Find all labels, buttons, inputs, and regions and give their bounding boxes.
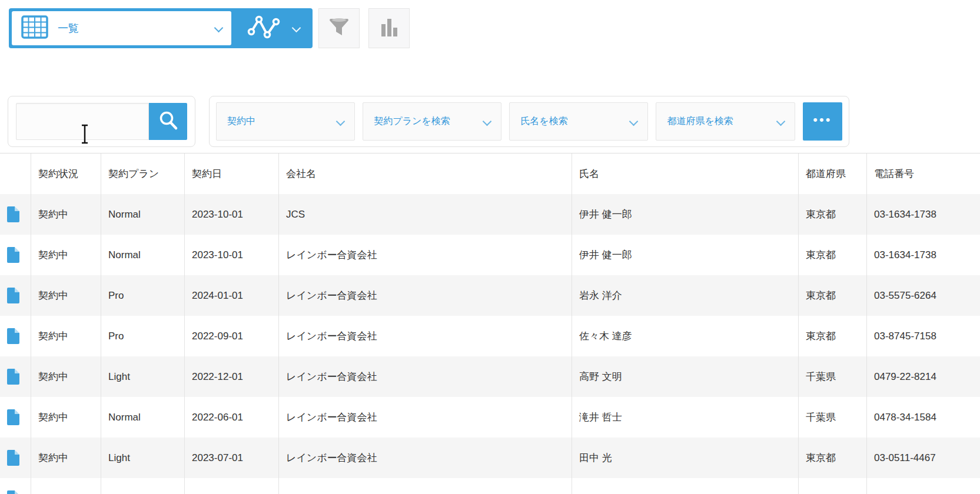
cell-contract-date: 2022-09-01 [185,316,279,356]
more-filters-button[interactable]: ••• [803,102,842,141]
cell-prefecture: 東京都 [799,235,867,275]
column-header-icon [0,153,31,194]
cell-contract-plan: Pro [101,316,185,356]
column-header-contract-date[interactable]: 契約日 [185,153,279,194]
column-header-phone-number[interactable]: 電話番号 [867,153,980,194]
cell-person-name: 伊井 健一郎 [572,235,799,275]
cell-contract-plan: Light [101,356,185,397]
cell-contract-status: 契約中 [31,235,101,275]
cell-contract-plan [101,478,185,494]
chevron-down-icon [630,116,637,127]
filter-button[interactable] [318,8,360,48]
column-header-contract-plan[interactable]: 契約プラン [101,153,185,194]
view-switcher: 一覧 [9,8,313,48]
filter-panel: 契約中 契約プランを検索 氏名を検索 都道府県を検索 ••• [209,96,849,147]
table-grid-icon [21,15,48,41]
cell-company-name: レインボー合資会社 [279,316,572,356]
chevron-down-icon [484,116,490,127]
app-toolbar: 一覧 [0,0,980,59]
cell-company-name: レインボー合資会社 [279,275,572,316]
cell-contract-date: 2022-12-01 [185,356,279,397]
contract-status-dropdown[interactable]: 契約中 [216,102,355,141]
table-row: 契約中Pro2022-09-01レインボー合資会社佐々木 達彦東京都03-874… [0,316,980,356]
cell-contract-plan: Pro [101,275,185,316]
person-name-placeholder: 氏名を検索 [520,115,567,128]
graph-menu-button[interactable] [234,8,313,48]
person-name-dropdown[interactable]: 氏名を検索 [509,102,648,141]
cell-contract-date: 2023-10-01 [185,194,279,235]
cell-prefecture [799,478,867,494]
cell-contract-plan: Normal [101,235,185,275]
table-header-row: 契約状況契約プラン契約日会社名氏名都道府県電話番号 [0,153,980,194]
cell-prefecture: 千葉県 [799,397,867,438]
record-document-icon[interactable] [7,247,19,263]
cell-phone-number: 03-5575-6264 [867,275,980,316]
column-header-contract-status[interactable]: 契約状況 [31,153,101,194]
cell-contract-plan: Normal [101,194,185,235]
cell-company-name: レインボー合資会社 [279,235,572,275]
bar-chart-button[interactable] [368,8,410,48]
cell-contract-plan: Light [101,438,185,478]
cell-contract-date: 2022-06-01 [185,397,279,438]
cell-record-link [0,478,31,494]
cell-prefecture: 東京都 [799,194,867,235]
cell-record-link [0,194,31,235]
line-chart-icon [247,14,280,43]
cell-record-link [0,275,31,316]
records-table: 契約状況契約プラン契約日会社名氏名都道府県電話番号 契約中Normal2023-… [0,153,980,494]
chevron-down-icon [215,23,222,34]
cell-prefecture: 東京都 [799,438,867,478]
cell-phone-number: 03-8745-7158 [867,316,980,356]
cell-company-name: レインボー合資会社 [279,438,572,478]
record-document-icon[interactable] [7,206,19,222]
cell-prefecture: 千葉県 [799,356,867,397]
chevron-down-icon [293,23,300,34]
cell-contract-status: 契約中 [31,356,101,397]
cell-contract-status [31,478,101,494]
column-header-company-name[interactable]: 会社名 [279,153,572,194]
cell-prefecture: 東京都 [799,275,867,316]
contract-plan-dropdown[interactable]: 契約プランを検索 [363,102,501,141]
ellipsis-icon: ••• [813,114,832,126]
record-document-icon[interactable] [7,369,19,385]
table-row: 契約中Normal2023-10-01レインボー合資会社伊井 健一郎東京都03-… [0,235,980,275]
cell-phone-number: 0479-22-8214 [867,356,980,397]
cell-phone-number [867,478,980,494]
table-row: 契約中Normal2022-06-01レインボー合資会社滝井 哲士千葉県0478… [0,397,980,438]
cell-person-name [572,478,799,494]
cell-contract-status: 契約中 [31,438,101,478]
contract-plan-placeholder: 契約プランを検索 [374,115,450,128]
contract-status-value: 契約中 [227,115,255,128]
search-panel [8,96,195,147]
record-document-icon[interactable] [7,288,19,303]
cell-person-name: 田中 光 [572,438,799,478]
view-selector-dropdown[interactable]: 一覧 [12,11,231,45]
bar-chart-icon [380,17,398,39]
record-document-icon[interactable] [7,450,19,466]
prefecture-dropdown[interactable]: 都道府県を検索 [656,102,795,141]
cell-company-name: JCS [279,194,572,235]
column-header-person-name[interactable]: 氏名 [572,153,799,194]
magnifier-icon [157,109,180,133]
table-row: 契約中Pro2024-01-01レインボー合資会社岩永 洋介東京都03-5575… [0,275,980,316]
search-button[interactable] [149,103,187,140]
cell-person-name: 高野 文明 [572,356,799,397]
cell-phone-number: 03-1634-1738 [867,194,980,235]
chevron-down-icon [337,116,344,127]
cell-phone-number: 03-1634-1738 [867,235,980,275]
column-header-prefecture[interactable]: 都道府県 [799,153,867,194]
table-row: 契約中Light2023-07-01レインボー合資会社田中 光東京都03-051… [0,438,980,478]
cell-prefecture: 東京都 [799,316,867,356]
cell-contract-status: 契約中 [31,316,101,356]
table-row: 契約中Light2022-12-01レインボー合資会社高野 文明千葉県0479-… [0,356,980,397]
cell-contract-date: 2024-01-01 [185,275,279,316]
record-document-icon[interactable] [7,409,19,425]
cell-contract-date [185,478,279,494]
record-document-icon[interactable] [7,490,19,494]
record-document-icon[interactable] [7,328,19,344]
cell-phone-number: 0478-34-1584 [867,397,980,438]
cell-person-name: 滝井 哲士 [572,397,799,438]
cell-company-name [279,478,572,494]
cell-contract-date: 2023-07-01 [185,438,279,478]
cell-contract-plan: Normal [101,397,185,438]
